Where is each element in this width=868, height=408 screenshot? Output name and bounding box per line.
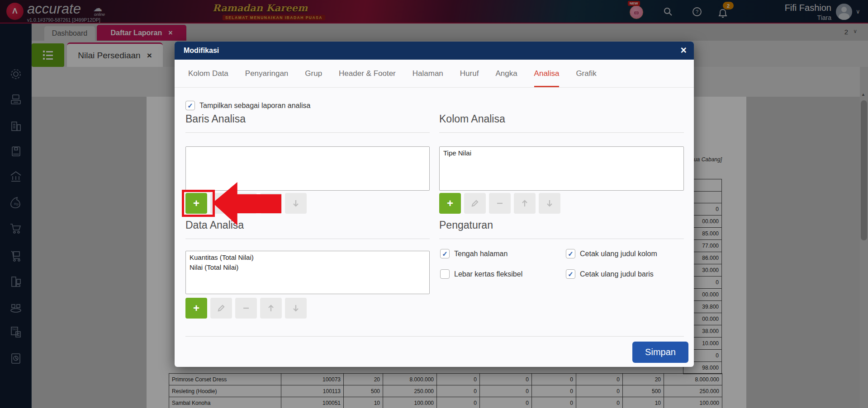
list-item[interactable]: Kuantitas (Total Nilai) (186, 253, 429, 263)
add-button[interactable]: + (439, 193, 461, 214)
list-item[interactable]: Nilai (Total Nilai) (186, 263, 429, 272)
dialog-header: Modifikasi × (175, 42, 694, 60)
cetak-ulang-judul-baris-row: ✓ Cetak ulang judul baris (566, 269, 654, 279)
add-button[interactable]: + (185, 298, 207, 319)
list-item[interactable]: Tipe Nilai (440, 148, 683, 158)
tab-grup[interactable]: Grup (305, 60, 322, 87)
cetak-ulang-judul-kolom-checkbox[interactable]: ✓ (566, 249, 575, 258)
footer-divider (185, 336, 684, 337)
remove-button[interactable] (489, 193, 511, 214)
lebar-kertas-fleksibel-checkbox[interactable] (440, 269, 450, 279)
dialog-title: Modifikasi (184, 47, 219, 55)
cetak-ulang-judul-kolom-row: ✓ Cetak ulang judul kolom (566, 249, 657, 258)
lebar-kertas-fleksibel-row: Lebar kertas fleksibel (440, 269, 522, 279)
baris-analisa-listbox[interactable] (185, 146, 430, 191)
tab-penyaringan[interactable]: Penyaringan (245, 60, 288, 87)
close-icon[interactable]: × (681, 44, 687, 56)
move-down-button[interactable] (539, 193, 560, 214)
move-up-button[interactable] (260, 298, 282, 319)
tengah-halaman-row: ✓ Tengah halaman (440, 249, 508, 258)
simpan-button[interactable]: Simpan (632, 342, 688, 363)
dialog-tabs: Kolom Data Penyaringan Grup Header & Foo… (175, 60, 694, 88)
tab-huruf[interactable]: Huruf (460, 60, 479, 87)
tab-analisa[interactable]: Analisa (534, 60, 560, 87)
data-analisa-heading: Data Analisa (185, 219, 430, 239)
kolom-analisa-buttons: + (439, 193, 560, 214)
move-up-button[interactable] (514, 193, 536, 214)
data-analisa-buttons: + (185, 298, 307, 319)
show-analysis-checkbox[interactable]: ✓ (185, 101, 195, 110)
data-analisa-listbox[interactable]: Kuantitas (Total Nilai)Nilai (Total Nila… (185, 251, 430, 294)
remove-button[interactable] (235, 298, 257, 319)
move-down-button[interactable] (285, 298, 307, 319)
kolom-analisa-heading: Kolom Analisa (439, 113, 684, 133)
pengaturan-heading: Pengaturan (439, 219, 684, 239)
highlight-box (182, 190, 215, 217)
tab-header-footer[interactable]: Header & Footer (339, 60, 396, 87)
edit-button[interactable] (464, 193, 486, 214)
tengah-halaman-checkbox[interactable]: ✓ (440, 249, 450, 258)
kolom-analisa-listbox[interactable]: Tipe Nilai (439, 146, 684, 191)
show-analysis-checkbox-row: ✓ Tampilkan sebagai laporan analisa (185, 101, 311, 110)
screen: Λ accurate ☁ online v1.0.1#3790-587261 [… (0, 0, 868, 408)
tab-angka[interactable]: Angka (495, 60, 517, 87)
baris-analisa-heading: Baris Analisa (185, 113, 430, 133)
show-analysis-label: Tampilkan sebagai laporan analisa (199, 102, 311, 110)
tab-kolom-data[interactable]: Kolom Data (188, 60, 228, 87)
cetak-ulang-judul-baris-checkbox[interactable]: ✓ (566, 269, 575, 279)
tab-halaman[interactable]: Halaman (413, 60, 443, 87)
tab-grafik[interactable]: Grafik (576, 60, 596, 87)
edit-button[interactable] (210, 298, 232, 319)
move-down-button[interactable] (285, 193, 307, 214)
